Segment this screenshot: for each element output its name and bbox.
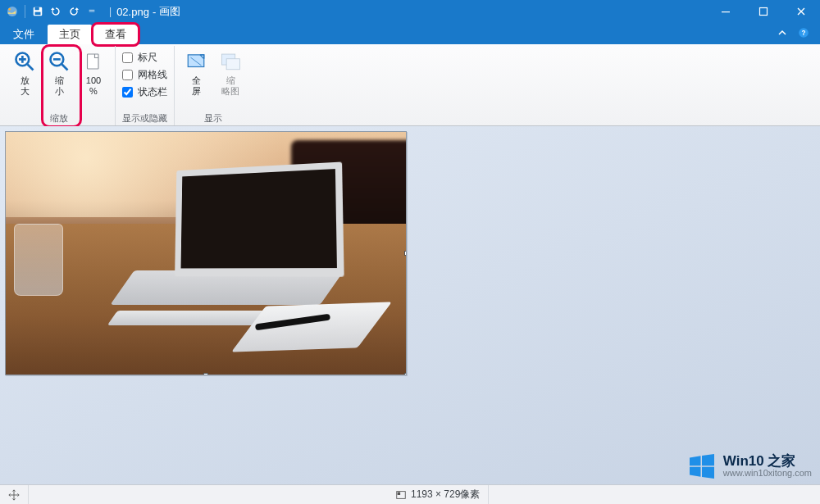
tab-file-label: 文件 [13,27,34,42]
zoom-in-label: 放 大 [20,75,30,97]
ribbon-tabs: 文件 主页 查看 ? [0,23,820,44]
zoom-in-button[interactable]: 放 大 [10,48,39,97]
tab-view-label: 查看 [105,27,126,42]
resize-handle-bottom[interactable] [203,373,208,375]
fullscreen-label: 全 屏 [192,75,201,97]
zoom-in-icon [12,49,37,74]
status-cursor-position [0,485,29,504]
thumbnail-label: 缩 略图 [221,75,239,97]
zoom-out-icon [47,49,71,74]
save-icon[interactable] [30,4,45,19]
cursor-position-icon [8,489,20,501]
status-dimensions-text: 1193 × 729像素 [411,488,480,502]
svg-point-0 [7,7,17,16]
title-separator: | [109,6,112,17]
zoom-100-button[interactable]: 100 % [79,48,108,97]
zoom-out-label: 缩 小 [55,75,64,97]
resize-handle-right[interactable] [404,251,407,256]
gridlines-label: 网格线 [138,68,167,82]
svg-marker-20 [702,467,714,479]
undo-icon[interactable] [48,4,63,19]
window-title-dash: - [153,6,156,18]
tab-view[interactable]: 查看 [93,25,138,44]
svg-rect-16 [226,59,239,70]
svg-line-12 [62,65,68,70]
window-title-filename: 02.png [116,6,149,18]
windows-logo-icon [687,452,717,481]
resize-handle-corner[interactable] [404,373,407,375]
dimensions-icon [395,489,407,501]
gridlines-checkbox-input[interactable] [122,70,133,80]
svg-marker-19 [690,467,701,477]
ruler-checkbox-input[interactable] [122,52,133,63]
group-zoom: 放 大 缩 小 100 % 缩放 [3,46,116,125]
statusbar-checkbox-input[interactable] [122,87,133,98]
redo-icon[interactable] [66,4,81,19]
svg-rect-13 [88,54,99,69]
group-show-hide: 标尺 网格线 状态栏 显示或隐藏 [116,46,175,125]
svg-rect-4 [35,12,41,15]
group-show-hide-label: 显示或隐藏 [122,111,167,125]
svg-marker-18 [702,454,714,465]
window-controls [707,0,820,23]
statusbar-checkbox[interactable]: 状态栏 [122,85,167,99]
fullscreen-icon [184,49,208,74]
ruler-label: 标尺 [138,51,157,65]
maximize-button[interactable] [745,0,782,23]
svg-marker-17 [690,456,701,465]
close-button[interactable] [782,0,820,23]
page-100-icon [81,49,106,74]
watermark-url: www.win10xitong.com [723,469,812,479]
help-icon[interactable]: ? [795,25,812,41]
svg-rect-6 [760,8,768,16]
group-zoom-label: 缩放 [10,111,108,125]
watermark-brand-zh: 之家 [768,453,795,469]
minimize-button[interactable] [707,0,745,23]
svg-text:?: ? [802,30,806,37]
status-dimensions: 1193 × 729像素 [387,485,489,504]
fullscreen-button[interactable]: 全 屏 [181,48,211,97]
zoom-out-button[interactable]: 缩 小 [44,48,74,97]
svg-rect-22 [398,492,401,495]
statusbar-label: 状态栏 [138,85,167,99]
canvas-workspace[interactable]: Win10 之家 www.win10xitong.com [0,126,820,484]
canvas-image[interactable] [5,131,407,375]
window-title-appname: 画图 [159,4,180,19]
ribbon: 放 大 缩 小 100 % 缩放 标尺 [0,44,820,126]
watermark: Win10 之家 www.win10xitong.com [687,452,812,481]
thumbnail-icon [218,49,243,74]
status-bar: 1193 × 729像素 [0,484,820,504]
ribbon-right-controls: ? [774,25,812,41]
gridlines-checkbox[interactable]: 网格线 [122,68,167,82]
svg-rect-3 [35,7,39,11]
collapse-ribbon-icon[interactable] [774,25,790,41]
tab-home-label: 主页 [59,27,80,42]
watermark-brand-en: Win10 [723,453,764,469]
image-content [6,132,406,375]
group-display-label: 显示 [181,111,245,125]
title-bar: | 02.png - 画图 [0,0,820,23]
thumbnail-button[interactable]: 缩 略图 [216,48,245,97]
tab-home[interactable]: 主页 [48,25,92,44]
ruler-checkbox[interactable]: 标尺 [122,51,167,65]
svg-point-1 [8,8,11,11]
quick-access-toolbar [0,4,104,19]
zoom-100-label: 100 % [86,75,101,97]
svg-rect-5 [722,11,730,12]
app-icon [5,4,20,19]
qat-dropdown-icon[interactable] [84,4,99,19]
tab-file[interactable]: 文件 [2,25,46,44]
svg-line-10 [28,65,34,70]
group-display: 全 屏 缩 略图 显示 [175,46,252,125]
